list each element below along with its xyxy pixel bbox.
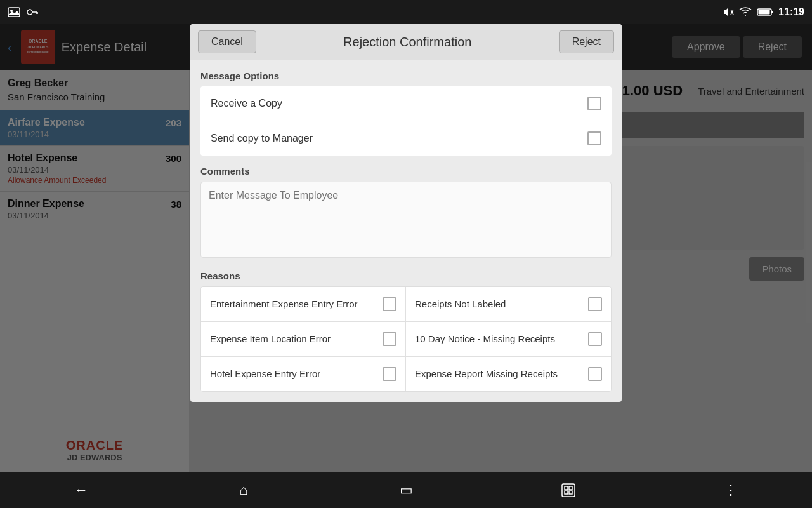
reason-checkbox[interactable] [383,332,396,346]
receive-copy-checkbox[interactable] [587,97,601,110]
image-icon [8,7,20,17]
reason-item[interactable]: Receipts Not Labeled [406,287,611,322]
reason-label: Hotel Expense Entry Error [210,368,383,380]
message-options-label: Message Options [200,70,612,81]
message-options-section: Message Options Receive a Copy Send copy… [200,70,612,156]
nav-back-button[interactable]: ← [62,478,100,503]
wifi-icon [739,7,752,17]
reason-checkbox[interactable] [588,297,602,311]
reason-item[interactable]: Expense Item Location Error [201,322,406,357]
modal-overlay: Cancel Rejection Confirmation Reject Mes… [0,0,812,472]
clock: 11:19 [778,6,804,18]
battery-icon [757,8,773,17]
reason-label: 10 Day Notice - Missing Receipts [415,333,588,345]
bottom-nav: ← ⌂ ▭ ⋮ [0,472,812,508]
reason-checkbox[interactable] [383,297,396,311]
svg-rect-10 [771,11,773,13]
reasons-label: Reasons [200,271,612,281]
svg-rect-11 [562,484,575,497]
nav-screenshot-button[interactable] [549,478,587,503]
reason-checkbox[interactable] [383,367,396,381]
reason-checkbox[interactable] [588,367,602,381]
svg-rect-14 [565,491,568,494]
nav-home-button[interactable]: ⌂ [225,478,263,503]
svg-rect-15 [569,491,572,494]
status-bar: 11:19 [0,0,812,24]
message-options-box: Receive a Copy Send copy to Manager [200,86,612,156]
send-manager-option[interactable]: Send copy to Manager [200,121,612,156]
reason-item[interactable]: Expense Report Missing Receipts [406,357,611,391]
modal-header: Cancel Rejection Confirmation Reject [190,24,622,60]
nav-more-button[interactable]: ⋮ [712,478,750,503]
reason-label: Expense Report Missing Receipts [415,368,588,380]
reason-checkbox[interactable] [588,332,602,346]
comments-label: Comments [200,166,612,177]
reason-item[interactable]: 10 Day Notice - Missing Receipts [406,322,611,357]
modal-body: Message Options Receive a Copy Send copy… [190,60,622,402]
svg-point-2 [27,10,32,15]
reasons-grid: Entertainment Expense Entry Error Receip… [200,286,612,392]
comments-textarea[interactable] [200,182,612,258]
nav-recents-button[interactable]: ▭ [387,478,425,503]
reasons-section: Reasons Entertainment Expense Entry Erro… [200,271,612,392]
status-bar-left [8,7,38,17]
key-icon [25,7,38,17]
svg-rect-9 [759,10,770,15]
rejection-modal: Cancel Rejection Confirmation Reject Mes… [190,24,622,402]
comments-section: Comments [200,166,612,260]
svg-rect-12 [565,486,568,490]
receive-copy-label: Receive a Copy [211,98,282,109]
reject-button[interactable]: Reject [559,30,614,53]
receive-copy-option[interactable]: Receive a Copy [200,86,612,121]
send-manager-checkbox[interactable] [587,131,601,145]
reason-item[interactable]: Entertainment Expense Entry Error [201,287,406,322]
status-bar-right: 11:19 [723,6,804,18]
cancel-button[interactable]: Cancel [198,30,256,53]
modal-title: Rejection Confirmation [343,35,471,50]
reason-item[interactable]: Hotel Expense Entry Error [201,357,406,391]
mute-icon [723,6,734,18]
send-manager-label: Send copy to Manager [211,133,313,144]
reason-label: Receipts Not Labeled [415,298,588,311]
reason-label: Expense Item Location Error [210,333,383,345]
reason-label: Entertainment Expense Entry Error [210,298,383,311]
svg-rect-13 [569,486,572,490]
